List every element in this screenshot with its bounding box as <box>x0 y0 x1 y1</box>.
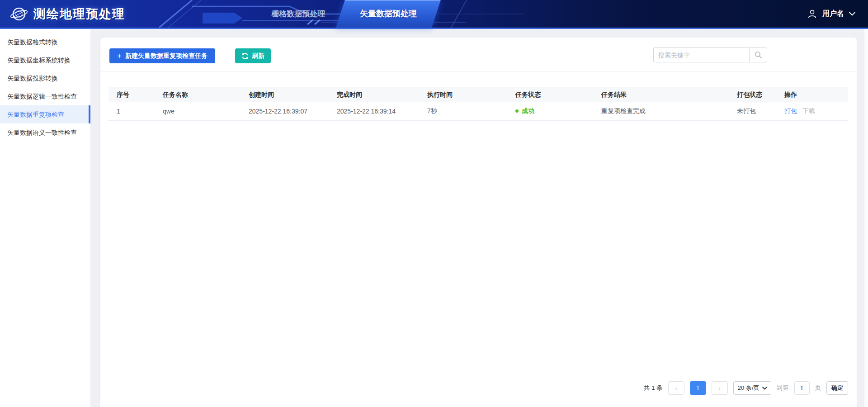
chevron-right-icon: › <box>718 384 721 392</box>
col-task-result: 任务结果 <box>599 87 735 102</box>
search-group <box>653 47 767 62</box>
chevron-down-icon[interactable] <box>849 12 855 16</box>
page-size-select[interactable]: 20 条/页 <box>733 381 771 395</box>
col-created-time: 创建时间 <box>246 87 335 102</box>
sidebar-item-coord-system-convert[interactable]: 矢量数据坐标系统转换 <box>0 51 90 69</box>
col-index: 序号 <box>108 87 160 102</box>
task-table: 序号 任务名称 创建时间 完成时间 执行时间 任务状态 任务结果 打包状态 操作… <box>108 87 848 121</box>
scrollbar-track[interactable] <box>864 29 868 407</box>
user-icon <box>807 9 817 19</box>
col-actions: 操作 <box>782 87 848 102</box>
cell-created-time: 2025-12-22 16:39:07 <box>246 102 335 120</box>
refresh-button[interactable]: 刷新 <box>235 48 271 63</box>
cell-pack-status: 未打包 <box>735 102 782 120</box>
pagination-total: 共 1 条 <box>644 384 663 392</box>
pagination-bar: 共 1 条 ‹ 1 › 20 条/页 到第 页 确定 <box>644 381 848 395</box>
col-finished-time: 完成时间 <box>335 87 425 102</box>
col-task-status: 任务状态 <box>513 87 599 102</box>
cell-task-status: 成功 <box>513 102 599 120</box>
refresh-icon <box>241 52 249 60</box>
tab-vector-preprocess[interactable]: 矢量数据预处理 <box>340 0 436 28</box>
table-header-row: 序号 任务名称 创建时间 完成时间 执行时间 任务状态 任务结果 打包状态 操作 <box>108 87 848 102</box>
download-link: 下载 <box>802 107 815 114</box>
tab-raster-preprocess[interactable]: 栅格数据预处理 <box>253 0 344 28</box>
table-row: 1 qwe 2025-12-22 16:39:07 2025-12-22 16:… <box>108 102 848 120</box>
logo-wrap: 测绘地理预处理 <box>10 0 125 28</box>
current-page-button[interactable]: 1 <box>690 381 706 395</box>
cell-exec-time: 7秒 <box>425 102 513 120</box>
sidebar: 矢量数据格式转换 矢量数据坐标系统转换 矢量数据投影转换 矢量数据逻辑一致性检查… <box>0 29 90 407</box>
toolbar-divider <box>100 71 857 71</box>
cell-actions: 打包 下载 <box>782 102 848 120</box>
sidebar-item-semantic-consistency-check[interactable]: 矢量数据语义一致性检查 <box>0 123 90 142</box>
user-name[interactable]: 用户名 <box>822 9 844 19</box>
plus-icon: + <box>117 52 122 60</box>
search-input[interactable] <box>653 47 749 62</box>
goto-prefix-label: 到第 <box>777 384 789 392</box>
refresh-button-label: 刷新 <box>252 52 264 60</box>
search-button[interactable] <box>749 47 767 62</box>
cell-index: 1 <box>108 102 160 120</box>
cell-task-result: 重复项检查完成 <box>599 102 735 120</box>
cell-finished-time: 2025-12-22 16:39:14 <box>335 102 425 120</box>
new-task-button[interactable]: + 新建矢量数据重复项检查任务 <box>109 48 215 63</box>
cell-task-name: qwe <box>160 102 246 120</box>
app-logo-icon <box>10 5 28 23</box>
next-page-button[interactable]: › <box>712 381 728 395</box>
chevron-left-icon: ‹ <box>675 384 677 392</box>
col-pack-status: 打包状态 <box>735 87 782 102</box>
sidebar-item-logic-consistency-check[interactable]: 矢量数据逻辑一致性检查 <box>0 87 90 105</box>
pack-link[interactable]: 打包 <box>784 107 797 114</box>
app-title: 测绘地理预处理 <box>33 6 125 22</box>
goto-page-input[interactable] <box>794 381 810 395</box>
search-icon <box>755 51 762 59</box>
page-size-value: 20 条/页 <box>738 384 760 392</box>
status-dot-icon <box>515 109 519 113</box>
status-text: 成功 <box>522 107 534 115</box>
user-area[interactable]: 用户名 <box>807 0 855 28</box>
new-task-button-label: 新建矢量数据重复项检查任务 <box>125 52 208 60</box>
sidebar-item-duplicate-check[interactable]: 矢量数据重复项检查 <box>0 105 90 123</box>
select-chevron-down-icon <box>762 387 767 390</box>
sidebar-item-format-convert[interactable]: 矢量数据格式转换 <box>0 33 90 51</box>
goto-suffix-label: 页 <box>815 384 821 392</box>
col-exec-time: 执行时间 <box>425 87 513 102</box>
col-task-name: 任务名称 <box>160 87 246 102</box>
prev-page-button[interactable]: ‹ <box>668 381 684 395</box>
app-header: 测绘地理预处理 栅格数据预处理 矢量数据预处理 用户名 <box>0 0 868 29</box>
content-panel: + 新建矢量数据重复项检查任务 刷新 序号 任 <box>100 38 857 407</box>
goto-confirm-button[interactable]: 确定 <box>826 381 848 395</box>
sidebar-item-projection-convert[interactable]: 矢量数据投影转换 <box>0 69 90 87</box>
